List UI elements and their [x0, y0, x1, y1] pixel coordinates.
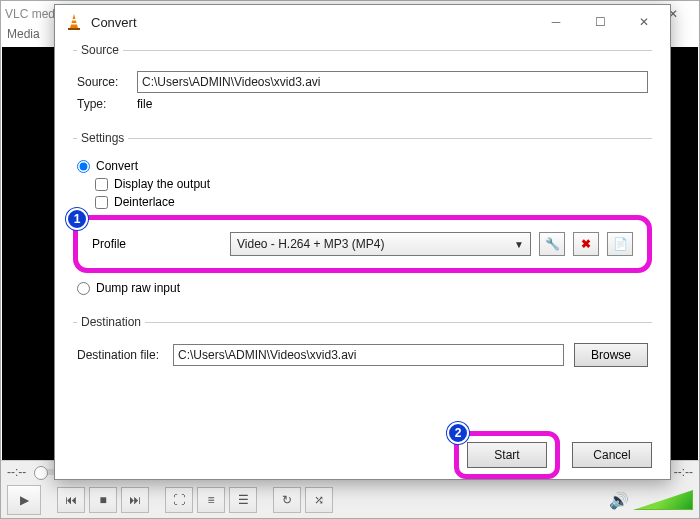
destination-legend: Destination [77, 315, 145, 329]
profile-label: Profile [92, 237, 222, 251]
dialog-maximize-button[interactable]: ☐ [578, 9, 622, 35]
loop-button[interactable]: ↻ [273, 487, 301, 513]
svg-rect-3 [68, 28, 80, 30]
deinterlace-label: Deinterlace [114, 195, 175, 209]
settings-legend: Settings [77, 131, 128, 145]
svg-rect-2 [71, 23, 77, 25]
shuffle-button[interactable]: ⤮ [305, 487, 333, 513]
profile-select-value: Video - H.264 + MP3 (MP4) [237, 237, 385, 251]
svg-rect-1 [72, 19, 77, 21]
wrench-icon: 🔧 [545, 237, 560, 251]
play-button[interactable]: ▶ [7, 485, 41, 515]
display-output-checkbox[interactable]: Display the output [95, 177, 648, 191]
settings-group: Settings Convert Display the output Dein… [73, 131, 652, 305]
deinterlace-checkbox-input[interactable] [95, 196, 108, 209]
volume-slider[interactable] [633, 490, 693, 510]
destination-group: Destination Destination file: Browse [73, 315, 652, 377]
source-label: Source: [77, 75, 137, 89]
dialog-titlebar: Convert ─ ☐ ✕ [55, 5, 670, 39]
source-group: Source Source: Type: file [73, 43, 652, 121]
destination-label: Destination file: [77, 348, 173, 362]
new-doc-icon: 📄 [613, 237, 628, 251]
dump-raw-label: Dump raw input [96, 281, 180, 295]
prev-button[interactable]: ⏮ [57, 487, 85, 513]
next-button[interactable]: ⏭ [121, 487, 149, 513]
vlc-cone-icon [65, 13, 83, 31]
profile-select[interactable]: Video - H.264 + MP3 (MP4) ▼ [230, 232, 531, 256]
convert-radio-input[interactable] [77, 160, 90, 173]
dialog-minimize-button[interactable]: ─ [534, 9, 578, 35]
source-legend: Source [77, 43, 123, 57]
time-total: --:-- [674, 465, 693, 479]
edit-profile-button[interactable]: 🔧 [539, 232, 565, 256]
speaker-icon[interactable]: 🔊 [609, 491, 629, 510]
dump-raw-radio-input[interactable] [77, 282, 90, 295]
fullscreen-button[interactable]: ⛶ [165, 487, 193, 513]
dump-raw-radio[interactable]: Dump raw input [77, 281, 648, 295]
source-input[interactable] [137, 71, 648, 93]
convert-radio-label: Convert [96, 159, 138, 173]
ext-settings-button[interactable]: ≡ [197, 487, 225, 513]
start-button[interactable]: Start [467, 442, 547, 468]
start-highlight: 2 Start [454, 431, 560, 479]
cancel-button[interactable]: Cancel [572, 442, 652, 468]
profile-highlight: 1 Profile Video - H.264 + MP3 (MP4) ▼ 🔧 … [73, 215, 652, 273]
display-output-label: Display the output [114, 177, 210, 191]
convert-radio[interactable]: Convert [77, 159, 648, 173]
chevron-down-icon: ▼ [514, 239, 524, 250]
delete-x-icon: ✖ [581, 237, 591, 251]
display-output-checkbox-input[interactable] [95, 178, 108, 191]
type-value: file [137, 97, 152, 111]
deinterlace-checkbox[interactable]: Deinterlace [95, 195, 648, 209]
new-profile-button[interactable]: 📄 [607, 232, 633, 256]
destination-input[interactable] [173, 344, 564, 366]
annotation-step-2: 2 [447, 422, 469, 444]
time-elapsed: --:-- [7, 465, 26, 479]
convert-dialog: Convert ─ ☐ ✕ Source Source: Type: file … [54, 4, 671, 480]
svg-marker-0 [70, 14, 78, 28]
playlist-button[interactable]: ☰ [229, 487, 257, 513]
dialog-close-button[interactable]: ✕ [622, 9, 666, 35]
dialog-footer: 2 Start Cancel [55, 431, 670, 479]
type-label: Type: [77, 97, 137, 111]
delete-profile-button[interactable]: ✖ [573, 232, 599, 256]
stop-button[interactable]: ■ [89, 487, 117, 513]
browse-button[interactable]: Browse [574, 343, 648, 367]
dialog-title: Convert [91, 15, 137, 30]
